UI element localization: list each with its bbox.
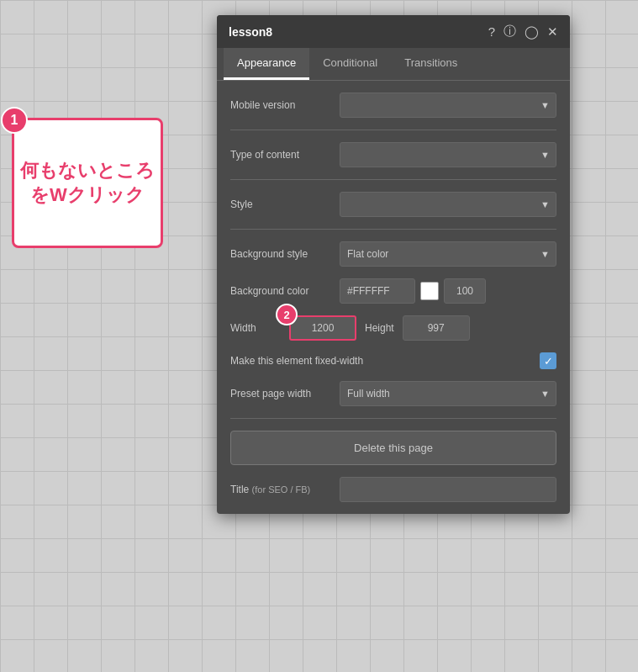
style-row: Style ▼	[230, 192, 556, 217]
width-input[interactable]	[289, 315, 356, 341]
close-icon[interactable]: ✕	[547, 24, 558, 40]
mobile-version-select-wrapper: ▼	[340, 93, 556, 118]
delete-page-button[interactable]: Delete this page	[230, 431, 556, 465]
color-swatch[interactable]	[420, 282, 439, 300]
opacity-input[interactable]	[444, 278, 486, 304]
tabs-bar: Appearance Conditional Transitions	[217, 48, 570, 81]
preset-page-width-select[interactable]: Full width	[340, 381, 556, 406]
type-of-content-row: Type of content ▼	[230, 142, 556, 167]
title-sublabel: (for SEO / FB)	[252, 484, 311, 495]
panel-icons: ? ⓘ ◯ ✕	[488, 24, 558, 40]
info-icon[interactable]: ⓘ	[504, 24, 516, 40]
height-label: Height	[365, 322, 394, 334]
type-of-content-select[interactable]	[340, 142, 556, 167]
height-input[interactable]	[403, 315, 470, 341]
annotation-box: 1 何もないところをWクリック	[12, 118, 163, 248]
type-of-content-label: Type of content	[230, 149, 340, 161]
divider-2	[230, 179, 556, 180]
style-select[interactable]	[340, 192, 556, 217]
background-style-select[interactable]: Flat color	[340, 241, 556, 267]
background-style-label: Background style	[230, 248, 340, 260]
divider-4	[230, 418, 556, 419]
dimension-row: 2 Width Height	[230, 315, 556, 341]
panel-body: Mobile version ▼ Type of content ▼ Style	[217, 81, 570, 514]
style-label: Style	[230, 198, 340, 210]
background-color-row: Background color	[230, 278, 556, 304]
width-label: Width	[230, 322, 281, 334]
background-style-row: Background style Flat color ▼	[230, 241, 556, 267]
badge-2: 2	[276, 304, 298, 325]
mobile-version-row: Mobile version ▼	[230, 93, 556, 118]
divider-3	[230, 229, 556, 230]
mobile-version-select[interactable]	[340, 93, 556, 118]
tab-transitions[interactable]: Transitions	[391, 48, 471, 80]
fixed-width-row: Make this element fixed-width ✓	[230, 352, 556, 369]
tab-appearance[interactable]: Appearance	[224, 48, 309, 80]
style-select-wrapper: ▼	[340, 192, 556, 217]
background-style-select-wrapper: Flat color ▼	[340, 241, 556, 267]
fixed-width-checkbox[interactable]: ✓	[540, 352, 556, 369]
title-label: Title (for SEO / FB)	[230, 484, 340, 495]
chat-icon[interactable]: ◯	[525, 24, 539, 40]
background-color-label: Background color	[230, 285, 340, 297]
annotation-text: 何もないところをWクリック	[14, 159, 161, 207]
settings-panel: lesson8 ? ⓘ ◯ ✕ Appearance Conditional T…	[217, 15, 570, 514]
panel-header: lesson8 ? ⓘ ◯ ✕	[217, 15, 570, 48]
panel-title: lesson8	[229, 25, 272, 39]
background-color-hex[interactable]	[340, 278, 415, 304]
background-color-controls	[340, 278, 486, 304]
badge-1: 1	[1, 107, 28, 134]
divider-1	[230, 130, 556, 130]
help-icon[interactable]: ?	[488, 24, 495, 39]
preset-page-width-row: Preset page width Full width ▼	[230, 381, 556, 406]
type-of-content-select-wrapper: ▼	[340, 142, 556, 167]
fixed-width-label: Make this element fixed-width	[230, 355, 363, 367]
title-input[interactable]	[340, 477, 556, 502]
tab-conditional[interactable]: Conditional	[309, 48, 391, 80]
title-row: Title (for SEO / FB)	[230, 477, 556, 502]
preset-page-width-select-wrapper: Full width ▼	[340, 381, 556, 406]
mobile-version-label: Mobile version	[230, 99, 340, 111]
preset-page-width-label: Preset page width	[230, 388, 340, 399]
